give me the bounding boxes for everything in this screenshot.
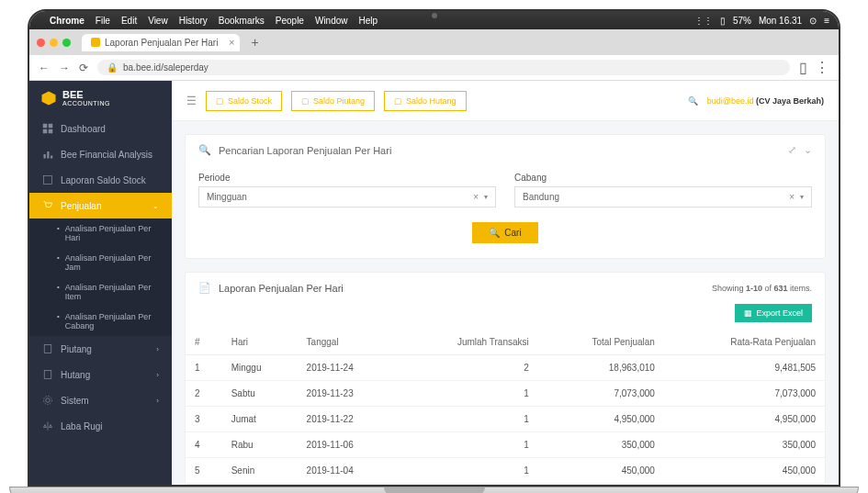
stock-icon bbox=[42, 174, 53, 185]
saldo-stock-button[interactable]: ▢ Saldo Stock bbox=[206, 91, 282, 111]
document-icon: ▢ bbox=[301, 96, 310, 106]
search-icon: 🔍 bbox=[489, 228, 500, 238]
col-hari[interactable]: Hari bbox=[222, 330, 298, 355]
menu-icon[interactable]: ≡ bbox=[824, 16, 829, 26]
menu-bookmarks[interactable]: Bookmarks bbox=[219, 16, 265, 26]
svg-point-12 bbox=[44, 397, 52, 405]
browser-tab[interactable]: Laporan Penjualan Per Hari × bbox=[82, 34, 240, 51]
favicon-icon bbox=[91, 38, 100, 47]
tab-close-icon[interactable]: × bbox=[229, 37, 234, 48]
svg-rect-1 bbox=[43, 124, 48, 129]
sidebar-item-hutang[interactable]: Hutang › bbox=[29, 362, 172, 387]
excel-icon: ▦ bbox=[744, 308, 752, 318]
wifi-icon[interactable]: ⋮⋮ bbox=[694, 16, 713, 26]
col-jumlah[interactable]: Jumlah Transaksi bbox=[399, 330, 538, 355]
sidebar-item-penjualan[interactable]: Penjualan ⌄ bbox=[29, 193, 172, 218]
periode-select[interactable]: Mingguan × ▾ bbox=[198, 186, 496, 207]
chevron-down-icon: ▾ bbox=[484, 193, 488, 201]
menu-history[interactable]: History bbox=[179, 16, 208, 26]
search-icon: 🔍 bbox=[198, 144, 211, 156]
expand-icon[interactable]: ⤢ bbox=[788, 144, 796, 156]
receivable-icon bbox=[42, 343, 53, 354]
menu-people[interactable]: People bbox=[276, 16, 304, 26]
forward-button[interactable]: → bbox=[59, 62, 70, 74]
sidebar-item-label: Sistem bbox=[61, 396, 89, 406]
sidebar-subitem-per-hari[interactable]: Analisan Penjualan Per Hari bbox=[29, 218, 172, 248]
report-icon: 📄 bbox=[198, 282, 211, 294]
topbar: ☰ ▢ Saldo Stock ▢ Saldo Piutang ▢ Saldo … bbox=[172, 81, 839, 121]
saldo-piutang-button[interactable]: ▢ Saldo Piutang bbox=[291, 91, 375, 111]
collapse-icon[interactable]: ⌄ bbox=[804, 144, 812, 156]
extension-icon[interactable]: ▯ bbox=[799, 59, 807, 76]
col-total[interactable]: Total Penjualan bbox=[538, 330, 664, 355]
sidebar-item-label: Dashboard bbox=[61, 124, 106, 134]
spotlight-icon[interactable]: ⊙ bbox=[809, 16, 817, 26]
svg-marker-0 bbox=[42, 92, 56, 106]
battery-percent: 57% bbox=[733, 16, 751, 26]
url-text: ba.bee.id/saleperday bbox=[123, 62, 209, 73]
sidebar-item-label: Hutang bbox=[61, 370, 90, 380]
tab-title: Laporan Penjualan Per Hari bbox=[105, 38, 218, 48]
new-tab-button[interactable]: + bbox=[245, 35, 264, 50]
table-row: 3Jumat2019-11-2214,950,0004,950,000 bbox=[186, 407, 825, 432]
menu-view[interactable]: View bbox=[148, 16, 168, 26]
address-bar[interactable]: 🔒 ba.bee.id/saleperday bbox=[97, 60, 790, 75]
window-maximize-icon[interactable] bbox=[62, 39, 71, 47]
chevron-right-icon: › bbox=[156, 345, 159, 353]
menu-help[interactable]: Help bbox=[359, 16, 378, 26]
sidebar-item-piutang[interactable]: Piutang › bbox=[29, 336, 172, 362]
clear-icon[interactable]: × bbox=[473, 192, 479, 202]
svg-rect-2 bbox=[49, 124, 53, 129]
sidebar-item-label: Bee Financial Analysis bbox=[61, 150, 152, 160]
col-rata[interactable]: Rata-Rata Penjualan bbox=[664, 330, 825, 355]
export-excel-button[interactable]: ▦ Export Excel bbox=[735, 304, 812, 322]
results-table: # Hari Tanggal Jumlah Transaksi Total Pe… bbox=[186, 330, 825, 484]
saldo-hutang-button[interactable]: ▢ Saldo Hutang bbox=[384, 91, 467, 111]
clear-icon[interactable]: × bbox=[789, 192, 795, 202]
box-icon: ▢ bbox=[216, 96, 224, 106]
chevron-right-icon: › bbox=[156, 397, 159, 405]
chart-icon bbox=[42, 149, 53, 160]
sidebar-subitem-per-cabang[interactable]: Analisan Penjualan Per Cabang bbox=[29, 307, 172, 336]
search-icon[interactable]: 🔍 bbox=[688, 96, 698, 106]
sidebar-subitem-per-jam[interactable]: Analisan Penjualan Per Jam bbox=[29, 248, 172, 277]
svg-rect-9 bbox=[44, 345, 51, 353]
chevron-right-icon: › bbox=[156, 371, 159, 379]
scale-icon bbox=[42, 420, 53, 431]
search-card: 🔍 Pencarian Laporan Penjualan Per Hari ⤢… bbox=[185, 134, 826, 259]
cart-icon bbox=[42, 200, 53, 211]
sidebar-subitem-per-item[interactable]: Analisan Penjualan Per Item bbox=[29, 277, 172, 307]
table-row: 5Senin2019-11-041450,000450,000 bbox=[186, 458, 825, 484]
svg-rect-8 bbox=[44, 176, 52, 185]
svg-rect-6 bbox=[47, 151, 49, 159]
card-title: Pencarian Laporan Penjualan Per Hari bbox=[219, 145, 391, 156]
col-tanggal[interactable]: Tanggal bbox=[298, 330, 399, 355]
sidebar-item-sistem[interactable]: Sistem › bbox=[29, 387, 172, 413]
cabang-select[interactable]: Bandung × ▾ bbox=[514, 186, 812, 207]
cari-button[interactable]: 🔍 Cari bbox=[472, 222, 537, 243]
window-close-icon[interactable] bbox=[37, 39, 45, 47]
sidebar-toggle-button[interactable]: ☰ bbox=[186, 95, 197, 107]
col-number[interactable]: # bbox=[186, 330, 222, 355]
menu-window[interactable]: Window bbox=[315, 16, 348, 26]
svg-rect-5 bbox=[44, 154, 46, 159]
results-card: 📄 Laporan Penjualan Per Hari Showing 1-1… bbox=[185, 272, 826, 485]
clock: Mon 16.31 bbox=[759, 16, 802, 26]
sidebar-item-laba-rugi[interactable]: Laba Rugi bbox=[29, 413, 172, 439]
sidebar-item-saldo-stock[interactable]: Laporan Saldo Stock bbox=[29, 167, 172, 193]
brand-logo[interactable]: BEE ACCOUNTING bbox=[29, 81, 172, 116]
periode-label: Periode bbox=[198, 173, 496, 183]
sidebar: BEE ACCOUNTING Dashboard Bee Financial A… bbox=[29, 81, 172, 485]
menu-file[interactable]: File bbox=[96, 16, 110, 26]
browser-menu-icon[interactable]: ⋮ bbox=[815, 59, 829, 76]
table-row: 2Sabtu2019-11-2317,073,0007,073,000 bbox=[186, 381, 825, 407]
menu-edit[interactable]: Edit bbox=[121, 16, 137, 26]
reload-button[interactable]: ⟳ bbox=[79, 62, 88, 74]
back-button[interactable]: ← bbox=[39, 62, 50, 74]
sidebar-item-dashboard[interactable]: Dashboard bbox=[29, 116, 172, 141]
svg-rect-3 bbox=[43, 129, 48, 134]
window-minimize-icon[interactable] bbox=[50, 39, 58, 47]
user-info[interactable]: budi@bee.id (CV Jaya Berkah) bbox=[707, 96, 824, 106]
sidebar-item-financial-analysis[interactable]: Bee Financial Analysis bbox=[29, 141, 172, 167]
menu-chrome[interactable]: Chrome bbox=[50, 16, 85, 26]
